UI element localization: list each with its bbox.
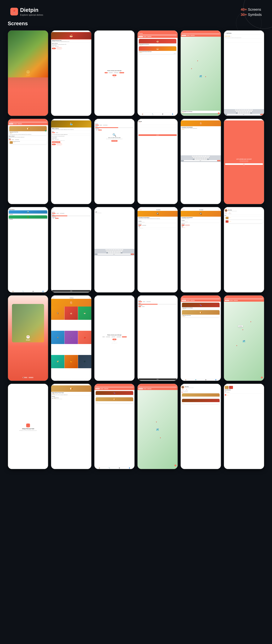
cancel-photo-btn[interactable]: Cancel bbox=[52, 298, 54, 298]
tab-filtered[interactable]: FILTERED bbox=[186, 35, 190, 36]
tab-sf[interactable]: STREET FOOD bbox=[182, 300, 186, 301]
tab-profile[interactable]: 👤 bbox=[129, 468, 130, 468]
chip-lactose[interactable]: LACTOSE FREE bbox=[114, 72, 119, 73]
suggest-edit-btn[interactable]: SUGGEST AND EDIT bbox=[52, 141, 60, 143]
key-p[interactable]: P bbox=[251, 110, 253, 111]
google-play-btn[interactable]: ▶ GOOGLE bbox=[28, 377, 34, 378]
key-s[interactable]: S bbox=[238, 111, 239, 112]
tab-search[interactable]: 🔍 bbox=[109, 468, 110, 468]
settings-data[interactable]: Data Usage› bbox=[138, 130, 177, 132]
review-input[interactable] bbox=[225, 39, 263, 42]
key-space[interactable]: space bbox=[227, 114, 260, 115]
tab-add[interactable]: ➕ bbox=[32, 291, 34, 292]
edit-filters-btn[interactable]: EDIT FILTERS bbox=[111, 140, 118, 142]
photo-1[interactable]: 🍳 bbox=[51, 306, 64, 320]
key-x[interactable]: X bbox=[240, 112, 241, 114]
review-list-item-1[interactable]: Vegan Spaghetti ★★★★☆ It was really grea… bbox=[225, 391, 263, 393]
settings-general[interactable]: General› bbox=[138, 126, 177, 128]
sort-popular[interactable]: POPULAR bbox=[52, 213, 56, 214]
key-a[interactable]: A bbox=[236, 111, 238, 112]
filter-vegan[interactable]: VEGAN bbox=[11, 139, 14, 140]
review-list-item-2[interactable]: Vegan Savory French Toast ★★★☆☆ bbox=[225, 394, 263, 396]
next-btn[interactable]: Next bbox=[175, 210, 177, 210]
key-o[interactable]: O bbox=[250, 110, 251, 111]
skip-alt[interactable]: SKIP bbox=[114, 341, 115, 342]
tab-add[interactable]: ➕ bbox=[119, 468, 120, 468]
digit-2[interactable]: 0 bbox=[242, 160, 244, 162]
tab-pinned[interactable]: PINNED FOOD bbox=[147, 36, 152, 37]
cancel-btn[interactable]: Cancel bbox=[182, 209, 185, 210]
tab-map[interactable]: 🗺️ bbox=[195, 379, 196, 380]
photo-7[interactable]: 🥑 bbox=[51, 355, 64, 368]
key-return[interactable]: return bbox=[260, 114, 264, 115]
toast-card[interactable]: 🍞 ✓ Vegan Savory French Toast ★★★★☆ john… bbox=[9, 126, 47, 135]
tab-library[interactable]: Library bbox=[57, 380, 59, 380]
sort-done-btn[interactable]: DONE bbox=[138, 378, 177, 380]
photo-8[interactable]: 🍊 bbox=[64, 355, 78, 368]
chip-plant[interactable]: PLANT BASED bbox=[120, 72, 124, 73]
search-bar[interactable]: 🔍 Search... bbox=[225, 298, 263, 300]
photo-2[interactable]: 🍝 bbox=[64, 306, 78, 320]
food-item-2[interactable]: 🍝 Vegan Pasta with Creamy Tomato Sauce ★… bbox=[139, 46, 176, 54]
tab-home[interactable]: 🏠 bbox=[12, 291, 14, 292]
sort-newest[interactable]: BEST REVIEWS bbox=[103, 125, 108, 126]
fab-btn[interactable]: + bbox=[261, 376, 263, 378]
photo-5[interactable]: 🍇 bbox=[64, 331, 78, 344]
tab-pinned[interactable]: PINNED FOOD bbox=[190, 35, 195, 36]
map-pin[interactable]: 📍 bbox=[197, 60, 198, 62]
food-overlay[interactable]: Vegan Eggplant and Lentil Burger ★★★★☆ bbox=[182, 111, 220, 113]
tab-home[interactable]: 🏠 bbox=[99, 468, 100, 468]
key-u[interactable]: U bbox=[246, 110, 248, 111]
profile-food-item-2[interactable]: Spaghetti Bolognese ★★★★☆ bbox=[225, 220, 263, 223]
key-j[interactable]: J bbox=[247, 111, 248, 112]
digit-4[interactable]: 6 bbox=[246, 160, 248, 162]
done-alt-btn[interactable]: DONE bbox=[112, 338, 116, 340]
skip-link[interactable]: SKIP bbox=[114, 77, 115, 78]
sort-best[interactable]: BEST REVIEWS bbox=[60, 213, 65, 214]
feed-item-2[interactable]: 🍞 Vegan Savory French Toast ★★★★☆ bbox=[182, 310, 220, 317]
logout-btn[interactable]: LOGOUT bbox=[138, 134, 177, 136]
key-q[interactable]: Q bbox=[235, 110, 236, 111]
call-btn-2[interactable]: CALL bbox=[52, 144, 56, 145]
tab-profile[interactable]: 👤 bbox=[42, 291, 44, 292]
search-bar[interactable]: 🔍 Search... bbox=[138, 34, 177, 36]
done-btn[interactable]: DONE bbox=[52, 290, 90, 292]
place-card-1[interactable]: 🏙️ Amsterdam bbox=[9, 210, 47, 215]
done-btn[interactable]: DONE bbox=[112, 74, 116, 76]
call-btn[interactable]: CALL bbox=[52, 48, 56, 49]
tab-f[interactable]: FILTERED bbox=[186, 300, 190, 301]
key-w[interactable]: W bbox=[237, 110, 238, 111]
key-l[interactable]: L bbox=[250, 111, 252, 112]
tab-street-food[interactable]: STREET FOOD bbox=[9, 124, 14, 124]
tab-search[interactable]: 🔍 bbox=[22, 291, 24, 292]
key-c[interactable]: C bbox=[241, 112, 243, 114]
tab-pins[interactable]: Pins bbox=[182, 391, 183, 392]
profile-pin-1[interactable]: Vegan Savory French Toast ★★★☆☆ bbox=[182, 393, 220, 398]
key-f[interactable]: F bbox=[241, 111, 243, 112]
settings-about[interactable]: About Dietpin› bbox=[138, 132, 177, 133]
photo-9[interactable]: 🌑 bbox=[78, 355, 91, 368]
photo-3[interactable]: 🥗 bbox=[78, 306, 91, 320]
key-b[interactable]: B bbox=[245, 112, 246, 114]
tab-pinned[interactable]: PINNED FOOD bbox=[18, 124, 22, 124]
key-h[interactable]: H bbox=[245, 111, 246, 112]
tab-filtered[interactable]: FILTERED bbox=[14, 124, 17, 124]
filter-all[interactable]: ALL bbox=[9, 139, 11, 140]
share-btn[interactable]: Share bbox=[218, 210, 220, 210]
key-123[interactable]: 123 bbox=[224, 114, 227, 115]
next-btn[interactable]: NEXT bbox=[225, 163, 263, 165]
nearby-food-1[interactable]: 🍆 Vegan Eggplant and Lentil Burger ★★★★☆ bbox=[96, 391, 133, 397]
next-photo-btn[interactable]: Next bbox=[89, 298, 90, 298]
tab-filtered[interactable]: FILTERED bbox=[143, 36, 147, 37]
directions-btn-2[interactable]: DIRECTIONS bbox=[56, 143, 62, 145]
digit-1[interactable]: 7 bbox=[240, 160, 242, 162]
profile-pin-2[interactable]: Vegan Eggplant and Lentil Burger ★★★★☆ bbox=[182, 399, 220, 404]
food-item[interactable]: Vegan Savory French Toast ★★★★☆ bbox=[9, 141, 47, 144]
settings-account[interactable]: Account› bbox=[138, 124, 177, 125]
key-g[interactable]: G bbox=[243, 111, 245, 112]
cancel-btn[interactable]: Cancel bbox=[138, 209, 142, 210]
tab-add[interactable]: ➕Add bbox=[162, 114, 163, 116]
close-icon[interactable]: ✕ bbox=[52, 209, 53, 210]
key-del[interactable]: ⌫ bbox=[250, 112, 252, 114]
tab-profile[interactable]: 👤Profile bbox=[172, 114, 173, 116]
